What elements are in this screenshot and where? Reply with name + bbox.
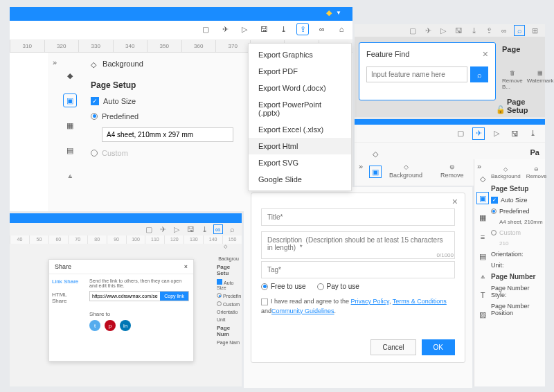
- ok-button[interactable]: OK: [422, 339, 455, 355]
- b-search-icon[interactable]: ⌕: [515, 26, 524, 35]
- export-ppt-item[interactable]: Export PowerPoint (.pptx): [249, 96, 351, 121]
- export-excel-item[interactable]: Export Excel (.xlsx): [249, 121, 351, 138]
- f-grid-icon[interactable]: ▦: [477, 212, 488, 223]
- title-input[interactable]: [261, 208, 455, 226]
- save-icon[interactable]: 🖫: [258, 24, 269, 35]
- free-radio[interactable]: [261, 283, 268, 290]
- vip-dropdown[interactable]: ▼: [336, 10, 341, 16]
- home-icon[interactable]: ⌂: [336, 24, 347, 35]
- export-graphics-item[interactable]: Export Graphics: [249, 46, 351, 63]
- feature-find-go[interactable]: ⌕: [470, 66, 488, 82]
- pinterest-icon[interactable]: p: [105, 320, 116, 331]
- d-search-icon[interactable]: ⌕: [228, 225, 236, 233]
- feature-find-close[interactable]: ×: [483, 48, 488, 60]
- b-save-icon[interactable]: 🖫: [454, 26, 463, 35]
- guidelines-link[interactable]: Community Guidelines: [271, 308, 334, 314]
- d-custom-rb[interactable]: [217, 301, 222, 306]
- page-icon[interactable]: ▣: [64, 94, 76, 107]
- d-send-icon[interactable]: ✈: [159, 225, 167, 233]
- c-bg-icon[interactable]: ◇: [404, 163, 409, 170]
- share-url-input[interactable]: [90, 292, 160, 301]
- export-user-icon[interactable]: ⤓: [278, 24, 289, 35]
- d-auto-cb[interactable]: [217, 279, 222, 285]
- export-html-item[interactable]: Export Html: [249, 138, 351, 154]
- export-gslide-item[interactable]: Google Slide: [249, 171, 351, 188]
- c-send-icon[interactable]: ✈: [473, 128, 484, 139]
- f-text-icon[interactable]: T: [477, 289, 488, 301]
- link-share-tab[interactable]: Link Share: [52, 278, 82, 285]
- export-pdf-item[interactable]: Export PDF: [249, 63, 351, 80]
- background-icon[interactable]: ◇: [91, 60, 96, 69]
- b-share-icon[interactable]: ∞: [499, 26, 509, 35]
- autosize-checkbox[interactable]: ✓: [91, 97, 99, 105]
- copy-link-button[interactable]: Copy link: [160, 292, 188, 301]
- b-play-icon[interactable]: ▷: [438, 26, 448, 35]
- tag-input[interactable]: [261, 261, 455, 278]
- canvas-area[interactable]: [10, 53, 48, 211]
- feature-find-input[interactable]: [366, 66, 467, 82]
- f-predef-rb[interactable]: [491, 208, 497, 214]
- f-page-icon[interactable]: ▣: [477, 193, 488, 204]
- c-collapse[interactable]: »: [355, 143, 367, 184]
- f-img-icon[interactable]: ▨: [477, 309, 488, 320]
- b-share2-icon[interactable]: ⇪: [484, 26, 494, 35]
- d-share-icon[interactable]: ∞: [214, 225, 222, 233]
- collapse-button[interactable]: »: [48, 53, 62, 211]
- c-style-icon[interactable]: ◇: [370, 148, 381, 159]
- twitter-icon[interactable]: t: [89, 320, 100, 331]
- f-remove-icon[interactable]: ⊖: [534, 166, 539, 172]
- play-icon[interactable]: ▷: [239, 24, 250, 35]
- d-play-icon[interactable]: ▷: [172, 225, 181, 233]
- crop-icon[interactable]: ⟁: [64, 169, 76, 181]
- publish-close[interactable]: ×: [452, 196, 458, 207]
- predefined-select[interactable]: [102, 127, 233, 142]
- f-auto-cb[interactable]: ✓: [491, 197, 498, 204]
- f-bg-icon[interactable]: ◇: [503, 166, 508, 172]
- layers-icon[interactable]: ▤: [64, 144, 76, 157]
- d-save-icon[interactable]: 🖫: [186, 225, 195, 233]
- custom-label: Custom: [102, 149, 128, 157]
- c-remove-icon[interactable]: ⊖: [449, 163, 455, 170]
- d-bg-icon[interactable]: ◇: [224, 244, 233, 253]
- terms-link[interactable]: Terms & Conditions: [393, 298, 447, 305]
- d-export-icon[interactable]: ⤓: [200, 225, 208, 233]
- grid-icon[interactable]: ▦: [64, 119, 76, 132]
- unlock-icon[interactable]: 🔓: [496, 105, 506, 114]
- html-share-tab[interactable]: HTML Share: [52, 292, 82, 304]
- share-close[interactable]: ×: [184, 263, 188, 270]
- b-send-icon[interactable]: ✈: [423, 26, 433, 35]
- predefined-radio[interactable]: [91, 113, 98, 120]
- linkedin-icon[interactable]: in: [120, 320, 131, 331]
- c-fit-icon[interactable]: ▢: [455, 128, 466, 139]
- c-export-icon[interactable]: ⤓: [527, 128, 538, 139]
- export-icon[interactable]: ⇪: [297, 24, 308, 35]
- f-layers-icon[interactable]: ▤: [477, 251, 488, 262]
- f-custom-rb[interactable]: [491, 230, 497, 235]
- pay-radio[interactable]: [317, 283, 324, 290]
- remove-bg-icon[interactable]: 🗑: [510, 70, 515, 76]
- export-svg-item[interactable]: Export SVG: [249, 154, 351, 171]
- custom-radio[interactable]: [91, 150, 98, 157]
- b-export-icon[interactable]: ⤓: [469, 26, 479, 35]
- b-fit-icon[interactable]: ▢: [408, 26, 418, 35]
- c-page-icon[interactable]: ▣: [370, 166, 381, 177]
- agree-checkbox[interactable]: [261, 299, 268, 305]
- style-icon[interactable]: ◆: [64, 69, 76, 82]
- c-play-icon[interactable]: ▷: [491, 128, 502, 139]
- fitpage-icon[interactable]: ▢: [200, 24, 211, 35]
- f-crop-icon[interactable]: ⟁: [477, 270, 488, 281]
- send-icon[interactable]: ✈: [220, 24, 231, 35]
- d-fit-icon[interactable]: ▢: [145, 225, 153, 233]
- f-db-icon[interactable]: ≡: [477, 231, 488, 242]
- d-side-panel: ◇ Backgrou Page Setu Auto Size Predefin …: [215, 244, 242, 345]
- privacy-link[interactable]: Privacy Policy: [351, 298, 389, 305]
- watermark-icon[interactable]: ▦: [537, 70, 543, 76]
- f-style-icon[interactable]: ◇: [477, 173, 488, 184]
- b-gift-icon[interactable]: ⊞: [530, 26, 539, 35]
- vip-icon[interactable]: ◆: [326, 8, 332, 17]
- export-word-item[interactable]: Export Word (.docx): [249, 80, 351, 96]
- d-predef-rb[interactable]: [217, 293, 222, 298]
- share-icon[interactable]: ∞: [316, 24, 328, 35]
- c-save-icon[interactable]: 🖫: [509, 128, 520, 139]
- cancel-button[interactable]: Cancel: [370, 339, 416, 355]
